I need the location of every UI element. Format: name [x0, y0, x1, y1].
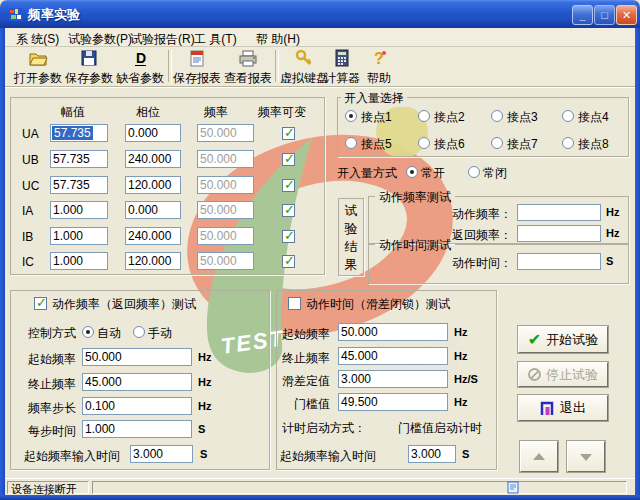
end-frequency-unit: Hz — [198, 376, 211, 388]
contact7-radio[interactable] — [491, 137, 503, 149]
close-button[interactable]: ✕ — [616, 5, 637, 25]
down-arrow-icon — [580, 454, 592, 461]
end-frequency-input[interactable] — [82, 373, 192, 391]
toolbar-button-label: 计算器 — [320, 70, 364, 87]
statusbar: 设备连接断开 — [5, 478, 635, 496]
save-report-icon — [172, 49, 222, 69]
auto-label[interactable]: 自动 — [97, 325, 121, 342]
menubar: 系 统(S) 试验参数(P) 试验报告(R) 工 具(T) 帮 助(H) — [5, 28, 635, 47]
scroll-up-button[interactable] — [520, 441, 558, 472]
normally-closed-label[interactable]: 常闭 — [483, 165, 507, 182]
return-frequency-result-input — [517, 225, 601, 242]
ia-freq-variable-checkbox[interactable] — [282, 204, 295, 217]
row-label-ic: IC — [22, 255, 34, 269]
contact4-radio[interactable] — [562, 110, 574, 122]
app-window: TEST 拓普 频率实验 _ □ ✕ 系 统(S) 试验参数(P) 试验报告(R… — [0, 0, 640, 500]
start-freq-input-time-unit: S — [200, 448, 207, 460]
contact3-label[interactable]: 接点3 — [507, 109, 538, 126]
uc-frequency-input — [197, 176, 254, 194]
maximize-button[interactable]: □ — [594, 5, 615, 25]
tt-start-freq-input-time-input[interactable] — [408, 445, 456, 463]
threshold-input[interactable] — [338, 393, 448, 411]
toolbar-button-label: 缺省参数 — [115, 70, 165, 87]
scroll-down-button[interactable] — [567, 441, 605, 472]
manual-label[interactable]: 手动 — [148, 325, 172, 342]
frequency-test-title[interactable]: 动作频率（返回频率）测试 — [52, 296, 196, 313]
ub-phase-input[interactable] — [125, 150, 181, 168]
contact7-label[interactable]: 接点7 — [507, 136, 538, 153]
contact1-label[interactable]: 接点1 — [361, 109, 392, 126]
uc-amplitude-input[interactable] — [50, 176, 108, 194]
end-frequency-label: 终止频率 — [28, 376, 76, 393]
normally-closed-radio[interactable] — [468, 166, 480, 178]
ic-freq-variable-checkbox[interactable] — [282, 255, 295, 268]
ia-amplitude-input[interactable] — [50, 201, 108, 219]
ic-amplitude-input[interactable] — [50, 252, 108, 270]
start-freq-input-time-input[interactable] — [130, 445, 193, 463]
ub-freq-variable-checkbox[interactable] — [282, 153, 295, 166]
normally-open-radio[interactable] — [406, 166, 418, 178]
contact8-label[interactable]: 接点8 — [578, 136, 609, 153]
time-test-title[interactable]: 动作时间（滑差闭锁）测试 — [306, 296, 450, 313]
toolbar-default-params-button[interactable]: D 缺省参数 — [115, 48, 165, 85]
action-time-label: 动作时间： — [452, 255, 512, 272]
toolbar-save-params-button[interactable]: 保存参数 — [64, 48, 114, 85]
step-time-label: 每步时间 — [28, 423, 76, 440]
tt-end-frequency-input[interactable] — [338, 347, 448, 365]
manual-radio[interactable] — [133, 326, 145, 338]
toolbar-calculator-button[interactable]: 计算器 — [320, 48, 364, 85]
start-frequency-label: 起始频率 — [28, 351, 76, 368]
help-icon: ? — [361, 49, 397, 69]
contact6-radio[interactable] — [418, 137, 430, 149]
ub-amplitude-input[interactable] — [50, 150, 108, 168]
contact5-label[interactable]: 接点5 — [361, 136, 392, 153]
contact8-radio[interactable] — [562, 137, 574, 149]
minimize-button[interactable]: _ — [572, 5, 593, 25]
ua-phase-input[interactable] — [125, 124, 181, 142]
frequency-test-checkbox[interactable] — [34, 297, 47, 310]
ua-amplitude-input[interactable]: 57.735 — [50, 124, 108, 142]
contact6-label[interactable]: 接点6 — [434, 136, 465, 153]
step-time-input[interactable] — [82, 420, 192, 438]
start-frequency-input[interactable] — [82, 348, 192, 366]
toolbar-save-report-button[interactable]: 保存报表 — [172, 48, 222, 85]
uc-freq-variable-checkbox[interactable] — [282, 179, 295, 192]
contact2-label[interactable]: 接点2 — [434, 109, 465, 126]
contact5-radio[interactable] — [345, 137, 357, 149]
exit-button[interactable]: 退出 — [518, 395, 608, 421]
step-time-unit: S — [198, 423, 205, 435]
ib-phase-input[interactable] — [125, 227, 181, 245]
toolbar-button-label: 查看报表 — [223, 70, 273, 87]
row-label-ua: UA — [22, 127, 39, 141]
toolbar-button-label: 保存报表 — [172, 70, 222, 87]
threshold-unit: Hz — [454, 396, 467, 408]
slip-setting-input[interactable] — [338, 370, 448, 388]
uc-phase-input[interactable] — [125, 176, 181, 194]
frequency-step-input[interactable] — [82, 397, 192, 415]
titlebar[interactable]: 频率实验 _ □ ✕ — [0, 0, 640, 28]
start-test-button[interactable]: ✔开始试验 — [518, 326, 608, 353]
status-doc-icon — [507, 481, 520, 494]
ib-freq-variable-checkbox[interactable] — [282, 230, 295, 243]
ua-freq-variable-checkbox[interactable] — [282, 127, 295, 140]
ic-frequency-input — [197, 252, 254, 270]
svg-text:D: D — [136, 50, 146, 66]
toolbar: 打开参数 保存参数 D 缺省参数 保存报表 查看报表 — [5, 47, 635, 86]
view-report-icon — [223, 49, 273, 69]
ia-phase-input[interactable] — [125, 201, 181, 219]
normally-open-label[interactable]: 常开 — [421, 165, 445, 182]
tt-start-frequency-input[interactable] — [338, 323, 448, 341]
contact1-radio[interactable] — [345, 110, 357, 122]
toolbar-button-label: 帮助 — [361, 70, 397, 87]
ic-phase-input[interactable] — [125, 252, 181, 270]
auto-radio[interactable] — [82, 326, 94, 338]
ib-amplitude-input[interactable] — [50, 227, 108, 245]
contact3-radio[interactable] — [491, 110, 503, 122]
toolbar-open-params-button[interactable]: 打开参数 — [13, 48, 63, 85]
contact2-radio[interactable] — [418, 110, 430, 122]
start-frequency-unit: Hz — [198, 351, 211, 363]
toolbar-view-report-button[interactable]: 查看报表 — [223, 48, 273, 85]
toolbar-help-button[interactable]: ? 帮助 — [361, 48, 397, 85]
time-test-checkbox[interactable] — [288, 297, 301, 310]
contact4-label[interactable]: 接点4 — [578, 109, 609, 126]
